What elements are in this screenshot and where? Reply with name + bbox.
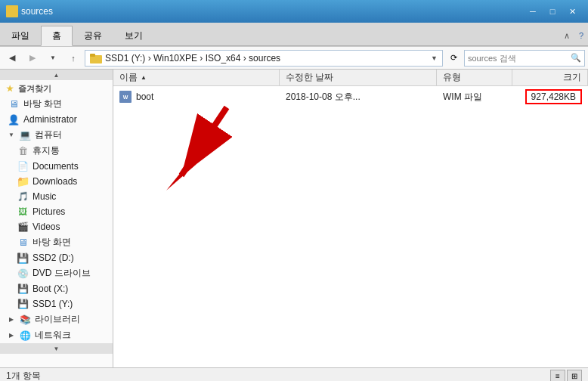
library-expand-icon: ▶: [8, 316, 15, 324]
forward-button[interactable]: ▶: [23, 50, 42, 67]
title-bar-left: sources: [6, 5, 53, 17]
sidebar-item-dvd[interactable]: 💿 DVD 드라이브: [0, 265, 113, 281]
svg-rect-0: [8, 7, 11, 11]
address-bar: ◀ ▶ ▼ ↑ SSD1 (Y:) › Win10XPE › ISO_x64 ›…: [0, 47, 588, 70]
favorites-icon: ★: [6, 84, 14, 93]
sidebar-item-ssd2[interactable]: 💾 SSD2 (D:): [0, 250, 113, 265]
svg-rect-2: [8, 12, 11, 16]
view-details-button[interactable]: ≡: [550, 370, 565, 382]
breadcrumb-dropdown-icon[interactable]: ▼: [431, 54, 438, 62]
file-name-cell: W boot: [113, 86, 280, 107]
file-list: W boot 2018-10-08 오후... WIM 파일 927,428KB: [113, 86, 588, 107]
sidebar-item-pictures[interactable]: 🖼 Pictures: [0, 204, 113, 219]
computer-icon: 💻: [19, 129, 31, 141]
sidebar-item-boot[interactable]: 💾 Boot (X:): [0, 281, 113, 296]
search-input[interactable]: [468, 54, 568, 63]
dvd-icon: 💿: [17, 268, 29, 280]
tab-home[interactable]: 홈: [41, 26, 73, 46]
status-bar: 1개 항목 ≡ ⊞: [0, 367, 588, 381]
refresh-button[interactable]: ⟳: [445, 50, 462, 67]
svg-rect-3: [13, 12, 17, 16]
library-icon: 📚: [19, 314, 31, 326]
up-button[interactable]: ↑: [64, 50, 82, 67]
documents-icon: 📄: [17, 160, 29, 172]
videos-icon: 🎬: [17, 221, 29, 233]
network-expand-icon: ▶: [8, 332, 15, 339]
main-area: ▲ ★ 즐겨찾기 🖥 바탕 화면 👤 Administrator ▼ 💻 컴퓨터…: [0, 70, 588, 367]
sidebar-item-documents[interactable]: 📄 Documents: [0, 159, 113, 174]
svg-rect-1: [13, 7, 17, 11]
sidebar-item-ssd1[interactable]: 💾 SSD1 (Y:): [0, 296, 113, 311]
svg-marker-8: [166, 164, 197, 190]
desktop-icon: 🖥: [8, 98, 20, 110]
table-row[interactable]: W boot 2018-10-08 오후... WIM 파일 927,428KB: [113, 86, 588, 107]
file-content-wrapper: 이름 ▲ 수정한 날짜 유형 크기 W boot 2018-10-08 오후.: [113, 70, 588, 367]
col-header-type[interactable]: 유형: [437, 70, 512, 85]
wim-file-icon: W: [119, 91, 132, 103]
item-count: 1개 항목: [6, 370, 41, 381]
back-button[interactable]: ◀: [3, 50, 21, 67]
sidebar-item-desktop2[interactable]: 🖥 바탕 화면: [0, 234, 113, 250]
sidebar-item-desktop[interactable]: 🖥 바탕 화면: [0, 96, 113, 112]
trash-icon: 🗑: [17, 145, 29, 157]
annotation-arrow: [159, 100, 249, 198]
file-size-cell: 927,428KB: [512, 86, 588, 107]
user-icon: 👤: [8, 113, 20, 125]
tab-file[interactable]: 파일: [0, 26, 41, 45]
file-date-cell: 2018-10-08 오후...: [280, 86, 437, 107]
breadcrumb-folder-icon: [90, 52, 102, 64]
col-header-size[interactable]: 크기: [512, 70, 588, 85]
music-icon: 🎵: [17, 190, 29, 203]
close-button[interactable]: ✕: [562, 4, 582, 19]
sidebar: ▲ ★ 즐겨찾기 🖥 바탕 화면 👤 Administrator ▼ 💻 컴퓨터…: [0, 70, 113, 367]
ribbon-collapse-chevron[interactable]: ∧: [559, 26, 574, 45]
sidebar-scroll-up[interactable]: ▲: [0, 70, 113, 80]
tab-view[interactable]: 보기: [113, 26, 154, 45]
sidebar-item-videos[interactable]: 🎬 Videos: [0, 219, 113, 234]
sidebar-item-library[interactable]: ▶ 📚 라이브러리: [0, 311, 113, 327]
view-large-icons-button[interactable]: ⊞: [567, 370, 582, 382]
sort-indicator: ▲: [141, 74, 147, 81]
search-box: 🔍: [464, 50, 585, 67]
breadcrumb-text: SSD1 (Y:) › Win10XPE › ISO_x64 › sources: [105, 53, 280, 64]
window-title: sources: [21, 6, 53, 17]
downloads-icon: 📁: [17, 175, 29, 187]
sidebar-item-computer[interactable]: ▼ 💻 컴퓨터: [0, 127, 113, 143]
app-icon: [6, 5, 18, 17]
file-column-headers: 이름 ▲ 수정한 날짜 유형 크기: [113, 70, 588, 86]
file-size-value: 927,428KB: [525, 89, 582, 104]
window-controls: ─ □ ✕: [523, 4, 582, 19]
col-header-date[interactable]: 수정한 날짜: [280, 70, 437, 85]
sidebar-item-network[interactable]: ▶ 🌐 네트워크: [0, 327, 113, 343]
title-bar: sources ─ □ ✕: [0, 0, 588, 23]
network-icon: 🌐: [19, 330, 31, 342]
svg-rect-5: [90, 54, 95, 57]
favorites-label: ★ 즐겨찾기: [0, 80, 113, 96]
ssd2-icon: 💾: [17, 252, 29, 264]
maximize-button[interactable]: □: [543, 4, 562, 19]
back-dropdown-button[interactable]: ▼: [44, 50, 62, 67]
desktop2-icon: 🖥: [17, 237, 29, 249]
svg-line-7: [181, 107, 227, 175]
file-type-cell: WIM 파일: [437, 86, 512, 107]
boot-icon: 💾: [17, 283, 29, 295]
sidebar-item-downloads[interactable]: 📁 Downloads: [0, 174, 113, 189]
minimize-button[interactable]: ─: [523, 4, 543, 19]
view-buttons: ≡ ⊞: [550, 370, 582, 382]
breadcrumb[interactable]: SSD1 (Y:) › Win10XPE › ISO_x64 › sources…: [85, 50, 443, 67]
col-header-name[interactable]: 이름 ▲: [113, 70, 280, 85]
help-icon[interactable]: ?: [574, 26, 588, 45]
ribbon: 파일 홈 공유 보기 ∧ ?: [0, 23, 588, 47]
tab-share[interactable]: 공유: [73, 26, 113, 45]
sidebar-item-trash[interactable]: 🗑 휴지통: [0, 143, 113, 159]
expand-icon: ▼: [8, 132, 15, 139]
sidebar-scroll-down[interactable]: ▼: [0, 343, 113, 354]
search-icon[interactable]: 🔍: [571, 53, 581, 63]
pictures-icon: 🖼: [17, 206, 29, 218]
sidebar-item-music[interactable]: 🎵 Music: [0, 189, 113, 204]
ribbon-tab-bar: 파일 홈 공유 보기 ∧ ?: [0, 23, 588, 46]
sidebar-item-administrator[interactable]: 👤 Administrator: [0, 112, 113, 127]
ssd1-icon: 💾: [17, 298, 29, 310]
